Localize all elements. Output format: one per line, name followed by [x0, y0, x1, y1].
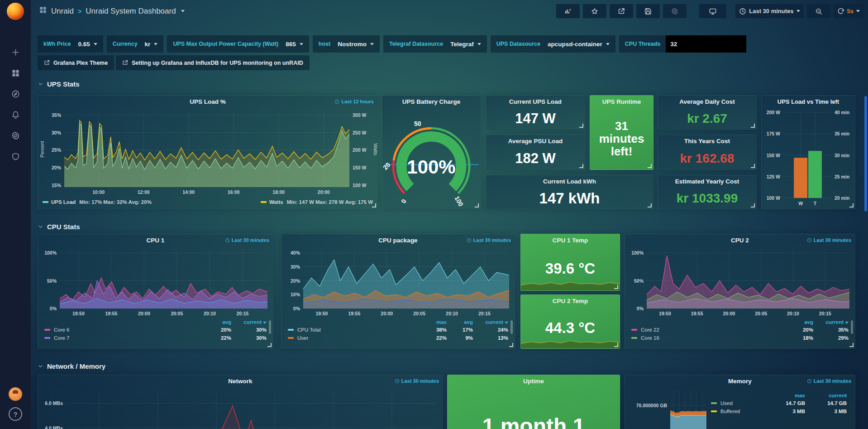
svg-text:25 min: 25 min	[835, 174, 849, 179]
explore-compass-icon[interactable]	[0, 83, 31, 104]
link-ups-monitoring-guide[interactable]: Setting up Grafana and InfluxDB for UPS …	[116, 55, 309, 70]
svg-text:300 W: 300 W	[353, 112, 366, 118]
panel-resize-handle[interactable]	[579, 124, 583, 128]
time-override-badge: Last 30 minutes	[467, 237, 511, 243]
time-override-badge: Last 12 hours	[334, 99, 374, 104]
variable-currency[interactable]: Currencykr	[107, 35, 164, 53]
svg-text:20:15: 20:15	[478, 311, 491, 316]
clock-icon	[807, 379, 812, 384]
svg-text:50%: 50%	[47, 278, 57, 284]
stat-value: 31 minutes left!	[590, 108, 653, 169]
section-ups-stats[interactable]: UPS Stats	[38, 80, 80, 88]
svg-text:19:55: 19:55	[348, 311, 360, 316]
time-override-badge: Last 30 minutes	[807, 378, 851, 384]
panel-title: Network	[228, 378, 252, 385]
svg-text:0%: 0%	[637, 306, 644, 311]
panel-title: Memory	[728, 378, 752, 385]
panel-resize-handle[interactable]	[614, 343, 618, 347]
panel-title: UPS Runtime	[602, 98, 641, 105]
cpu2-chart[interactable]: 19:5019:5520:0020:0520:1020:150%50%100%	[625, 246, 855, 318]
share-button[interactable]	[610, 4, 633, 18]
alerting-bell-icon[interactable]	[0, 104, 31, 125]
memory-chart[interactable]: 19:5019:5520:0020:0520:1020:1550.000000 …	[625, 387, 711, 429]
breadcrumb-folder[interactable]: Unraid	[51, 7, 74, 16]
breadcrumb-dashboard-title[interactable]: Unraid System Dashboard	[86, 7, 176, 16]
page-scrollbar-thumb[interactable]	[864, 96, 867, 212]
tv-mode-button[interactable]	[699, 4, 726, 18]
dashboards-icon[interactable]	[0, 63, 31, 83]
svg-text:100%: 100%	[407, 156, 455, 178]
svg-text:35 min: 35 min	[835, 131, 849, 136]
chevron-down-icon[interactable]	[181, 10, 185, 12]
panel-resize-handle[interactable]	[509, 343, 513, 347]
grafana-logo-icon[interactable]	[7, 3, 24, 20]
panel-current-load-kwh: Current Load kWh 147 kWh	[486, 175, 653, 209]
svg-text:125 W: 125 W	[767, 174, 780, 179]
panel-resize-handle[interactable]	[849, 203, 854, 207]
legend-scrollbar[interactable]	[510, 320, 513, 334]
panel-cpu-package: CPU package Last 30 minutes 19:5019:5520…	[281, 234, 515, 349]
svg-text:250 W: 250 W	[353, 130, 366, 135]
variable-ups-datasource[interactable]: UPS Datasourceapcupsd-container	[491, 35, 615, 53]
variable-kwh-price[interactable]: kWh Price0.65	[38, 35, 103, 53]
variable-host[interactable]: hostNostromo	[313, 35, 380, 53]
panel-resize-handle[interactable]	[751, 124, 755, 128]
svg-text:70.000000 GB: 70.000000 GB	[636, 403, 668, 408]
svg-text:200 W: 200 W	[767, 110, 780, 115]
panel-resize-handle[interactable]	[267, 343, 272, 347]
section-network-memory[interactable]: Network / Memory	[38, 362, 105, 370]
variable-ups-max-output[interactable]: UPS Max Output Power Capacity (Watt)865	[167, 35, 309, 53]
network-chart[interactable]: 19:5019:5520:0020:0520:1020:152.0 MBs4.0…	[38, 387, 443, 429]
panel-resize-handle[interactable]	[751, 203, 755, 207]
panel-resize-handle[interactable]	[648, 203, 652, 207]
legend-scrollbar[interactable]	[269, 320, 271, 334]
zoom-out-button[interactable]	[807, 4, 830, 18]
svg-text:W: W	[798, 201, 803, 206]
ups-load-chart[interactable]: 10:0012:0014:0016:0018:0020:0015%100 W20…	[38, 108, 377, 197]
panel-resize-handle[interactable]	[579, 164, 583, 168]
svg-text:50%: 50%	[634, 278, 644, 284]
svg-text:4.0 MBs: 4.0 MBs	[45, 425, 63, 429]
configuration-gear-icon[interactable]	[0, 125, 31, 146]
help-icon[interactable]: ?	[9, 407, 22, 421]
top-nav: Unraid > Unraid System Dashboard Last 30…	[31, 0, 868, 22]
cpu-package-chart[interactable]: 19:5019:5520:0020:0520:1020:150%10%20%30…	[281, 246, 515, 318]
external-link-icon	[122, 60, 128, 66]
panel-resize-handle[interactable]	[849, 343, 854, 347]
link-grafana-plex-theme[interactable]: Grafana Plex Theme	[38, 55, 114, 70]
variable-telegraf-datasource[interactable]: Telegraf DatasourceTelegraf	[383, 35, 487, 53]
svg-text:20:10: 20:10	[446, 311, 458, 316]
clock-icon	[467, 238, 472, 243]
legend-scrollbar[interactable]	[851, 320, 853, 334]
add-panel-button[interactable]	[556, 4, 580, 18]
panel-resize-handle[interactable]	[475, 203, 479, 207]
panel-resize-handle[interactable]	[614, 285, 618, 289]
stat-value: 1 month 1	[448, 414, 620, 429]
user-avatar[interactable]	[9, 387, 22, 401]
panel-resize-handle[interactable]	[648, 164, 652, 168]
svg-text:20:00: 20:00	[381, 311, 393, 316]
refresh-button[interactable]: 5s	[834, 4, 863, 18]
dashboard-settings-button[interactable]	[663, 4, 687, 18]
panel-average-daily-cost: Average Daily Cost kr 2.67	[658, 95, 757, 130]
save-button[interactable]	[636, 4, 660, 18]
create-plus-icon[interactable]	[0, 42, 31, 63]
cpu2-legend: avgcurrent Core 2220%35% Core 1618%29%	[625, 318, 855, 348]
sort-caret-icon	[263, 322, 267, 324]
svg-text:19:50: 19:50	[72, 311, 85, 316]
cpu1-chart[interactable]: 19:5019:5520:0020:0520:1020:150%50%100%	[38, 246, 273, 318]
server-admin-shield-icon[interactable]	[0, 146, 31, 167]
chevron-down-icon	[38, 363, 43, 369]
clock-icon	[739, 8, 746, 15]
chevron-down-icon	[38, 224, 43, 230]
panel-ups-runtime: UPS Runtime 31 minutes left!	[590, 95, 653, 170]
star-button[interactable]	[583, 4, 606, 18]
section-cpu-stats[interactable]: CPU Stats	[38, 223, 80, 231]
time-range-picker[interactable]: Last 30 minutes	[735, 4, 803, 18]
panel-resize-handle[interactable]	[372, 203, 376, 207]
panel-resize-handle[interactable]	[751, 164, 755, 168]
legend-swatch	[288, 337, 294, 339]
cpu-threads-input[interactable]	[666, 35, 746, 53]
svg-text:20%: 20%	[52, 165, 62, 170]
panel-title: This Years Cost	[684, 138, 730, 145]
